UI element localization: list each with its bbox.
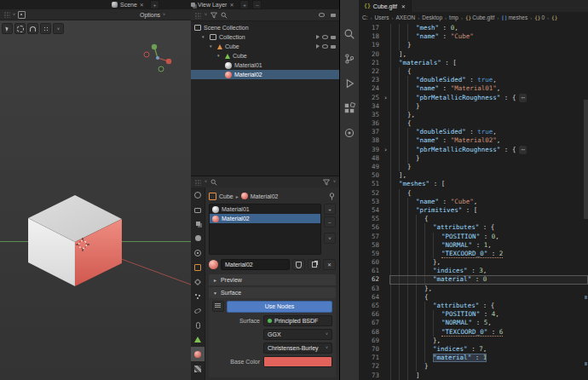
search-icon[interactable] — [210, 179, 217, 186]
surface-shader-dropdown[interactable]: Principled BSDF — [263, 315, 332, 326]
outliner-row[interactable]: Material01 — [191, 60, 339, 70]
code-line[interactable]: 64{ — [359, 293, 588, 302]
editor-type-icon[interactable] — [3, 11, 10, 18]
code-line[interactable]: 61"indices" : 3, — [359, 267, 588, 275]
eye-icon[interactable] — [322, 44, 328, 49]
breadcrumb-item[interactable]: C: — [362, 14, 368, 20]
eye-icon[interactable] — [319, 13, 325, 17]
code-line[interactable]: 65"attributes" : { — [359, 302, 588, 310]
code-line[interactable]: 55{ — [359, 215, 588, 223]
breadcrumb-item[interactable]: {} — [551, 14, 558, 20]
code-line[interactable]: 25›"pbrMetallicRoughness" : {⋯ — [359, 94, 588, 102]
outliner-row[interactable]: Scene Collection — [191, 23, 339, 32]
code-line[interactable]: 34} — [359, 102, 588, 111]
3d-viewport[interactable]: ˅ Options ˅ ˅ — [0, 9, 192, 380]
subsurface-method-dropdown[interactable]: Christensen-Burley ˅ — [263, 343, 332, 354]
code-line[interactable]: 51"meshes" : [ — [359, 180, 588, 188]
tab-texture[interactable] — [191, 361, 205, 376]
breadcrumb-item[interactable]: Desktop — [422, 14, 442, 20]
tab-constraints[interactable] — [191, 318, 205, 332]
mode-icon[interactable] — [18, 11, 26, 19]
viewport-scene[interactable] — [0, 20, 191, 380]
code-line[interactable]: 53"name" : "Cube", — [359, 198, 588, 206]
code-line[interactable]: 18"name" : "Cube" — [359, 32, 588, 41]
fold-ellipsis-icon[interactable]: ⋯ — [519, 146, 527, 154]
surface-panel-header[interactable]: ▼ Surface — [209, 287, 336, 298]
slot-specials-button[interactable]: ˅ — [324, 233, 336, 244]
preview-panel-header[interactable]: ► Preview — [209, 274, 336, 285]
tab-modifiers[interactable] — [191, 274, 205, 289]
view-layer-selector[interactable]: View Layer ✕ — [188, 0, 237, 9]
code-line[interactable]: 48} — [359, 154, 588, 163]
tab-physics[interactable] — [191, 303, 205, 318]
code-line[interactable]: 52{ — [359, 189, 588, 198]
breadcrumb-item[interactable]: AXEON — [395, 14, 415, 20]
fake-user-shield-button[interactable] — [292, 259, 305, 270]
outliner-row[interactable]: Material02 — [191, 70, 339, 79]
add-view-layer-button[interactable]: + — [239, 0, 249, 9]
code-line[interactable]: 23"doubleSided" : true, — [359, 76, 588, 84]
editor-scrollbar[interactable] — [584, 100, 588, 219]
material-name-field[interactable]: Material02 — [221, 259, 290, 270]
code-line[interactable]: 22{ — [359, 67, 588, 76]
expander-icon[interactable]: ▾ — [202, 35, 207, 39]
expander-icon[interactable]: ▾ — [210, 44, 215, 49]
code-line[interactable]: 21"materials" : [ — [359, 59, 588, 67]
pin-icon[interactable] — [328, 193, 336, 200]
breadcrumb-material[interactable]: Material02 — [251, 193, 279, 199]
use-nodes-button[interactable]: Use Nodes — [227, 301, 332, 313]
tab-scene[interactable] — [191, 231, 205, 245]
code-line[interactable]: 67"NORMAL" : 5, — [359, 319, 588, 327]
add-slot-button[interactable]: + — [324, 204, 336, 215]
material-slot-row[interactable]: Material02 — [210, 214, 320, 223]
view-layer-unlink-button[interactable]: ✕ — [229, 2, 233, 8]
code-line[interactable]: 35}, — [359, 111, 588, 119]
distribution-dropdown[interactable]: GGX ˅ — [263, 329, 332, 340]
base-color-swatch[interactable] — [263, 356, 332, 367]
breadcrumb-object[interactable]: Cube — [219, 193, 233, 199]
breadcrumb-item[interactable]: tmp — [449, 14, 458, 20]
cursor-icon[interactable] — [316, 35, 320, 39]
fold-ellipsis-icon[interactable]: ⋯ — [519, 94, 527, 102]
tab-material[interactable] — [191, 347, 205, 361]
code-line[interactable]: 57"POSITION" : 0, — [359, 233, 588, 241]
scene-selector[interactable]: Scene ✕ — [109, 0, 147, 9]
code-line[interactable]: 66"POSITION" : 4, — [359, 310, 588, 319]
code-line[interactable]: 38"name" : "Material02", — [359, 136, 588, 145]
filter-funnel-icon[interactable] — [323, 179, 330, 186]
editor-type-icon[interactable] — [194, 12, 201, 19]
close-tab-button[interactable]: ✕ — [401, 3, 406, 9]
code-line[interactable]: 50], — [359, 171, 588, 180]
code-line[interactable]: 58"NORMAL" : 1, — [359, 241, 588, 250]
code-line[interactable]: 17"mesh" : 0, — [359, 24, 588, 32]
cursor-icon[interactable] — [316, 44, 320, 49]
fold-chevron-icon[interactable]: › — [382, 94, 389, 102]
code-line[interactable]: 36{ — [359, 119, 588, 128]
camera-icon[interactable] — [331, 14, 336, 17]
code-line[interactable]: 60}, — [359, 258, 588, 267]
tab-render[interactable] — [191, 187, 205, 202]
duplicate-material-button[interactable] — [308, 259, 320, 270]
material-preview-icon[interactable] — [209, 260, 218, 269]
camera-icon[interactable] — [331, 36, 336, 39]
tab-view-layer[interactable] — [191, 216, 205, 231]
code-line[interactable]: 62"material" : 0 — [359, 275, 588, 284]
code-line[interactable]: 54"primitives" : [ — [359, 206, 588, 215]
breadcrumb-item[interactable]: Users — [375, 14, 389, 20]
editor[interactable]: 17"mesh" : 0,18"name" : "Cube"19}20],21"… — [359, 23, 588, 380]
code-line[interactable]: 72} — [359, 362, 588, 371]
code-line[interactable]: 56"attributes" : { — [359, 223, 588, 232]
code-line[interactable]: 73] — [359, 371, 588, 380]
tab-particles[interactable] — [191, 289, 205, 303]
code-line[interactable]: 49} — [359, 163, 588, 171]
editor-type-icon[interactable] — [194, 179, 201, 186]
code-line[interactable]: 20], — [359, 50, 588, 59]
new-scene-button[interactable]: + — [150, 0, 159, 9]
breadcrumb-item[interactable]: {}Cube.gltf — [465, 14, 494, 20]
expander-icon[interactable]: ▾ — [217, 54, 222, 58]
tab-output[interactable] — [191, 202, 205, 216]
material-slot-row[interactable]: Material01 — [210, 204, 320, 214]
code-line[interactable]: 37"doubleSided" : true, — [359, 128, 588, 136]
code-line[interactable]: 59"TEXCOORD_0" : 2 — [359, 250, 588, 258]
debug-icon[interactable] — [343, 77, 356, 90]
